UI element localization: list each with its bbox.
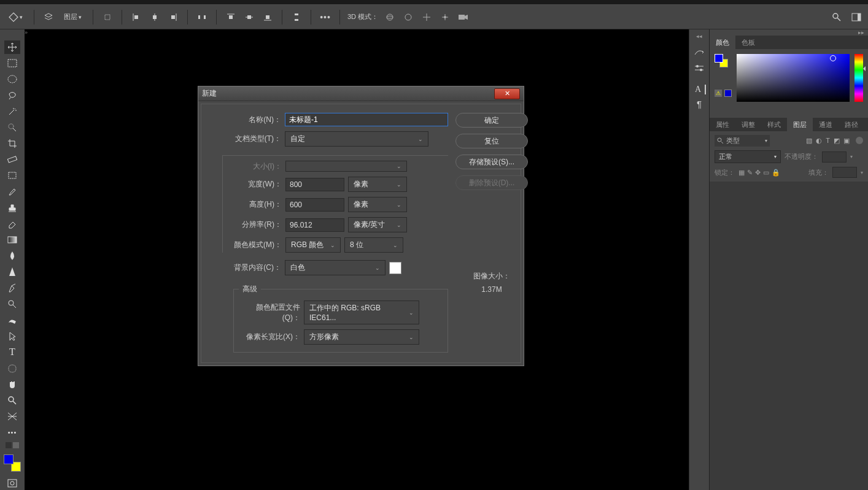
zoom-tool[interactable] bbox=[4, 394, 20, 407]
frame-tool[interactable] bbox=[4, 169, 20, 183]
layer-list-area[interactable] bbox=[710, 182, 868, 490]
history-brush-panel-icon[interactable] bbox=[692, 45, 706, 59]
filter-shape-icon[interactable]: ◩ bbox=[834, 137, 840, 145]
reset-button[interactable]: 复位 bbox=[455, 134, 528, 148]
align-top-icon[interactable] bbox=[224, 10, 238, 24]
hand-tool[interactable] bbox=[4, 378, 20, 391]
quickmask-icon[interactable] bbox=[4, 477, 20, 490]
3d-pan-icon[interactable] bbox=[420, 10, 433, 24]
paragraph-panel-icon[interactable]: ¶ bbox=[692, 97, 706, 110]
lock-brush-icon[interactable]: ✎ bbox=[747, 169, 753, 177]
3d-roll-icon[interactable] bbox=[401, 10, 415, 24]
doctype-select[interactable]: 自定⌄ bbox=[285, 131, 428, 147]
color-swatches[interactable] bbox=[4, 454, 21, 472]
align-bottom-icon[interactable] bbox=[261, 10, 274, 24]
lock-all-icon[interactable]: 🔒 bbox=[772, 169, 780, 177]
shape-tool[interactable] bbox=[4, 362, 20, 375]
save-preset-button[interactable]: 存储预设(S)... bbox=[455, 155, 528, 169]
width-input[interactable] bbox=[285, 178, 344, 191]
pixel-aspect-select[interactable]: 方形像素⌄ bbox=[304, 329, 419, 345]
blend-mode-select[interactable]: 正常▾ bbox=[715, 150, 781, 163]
color-picker-field[interactable] bbox=[737, 54, 850, 102]
tab-properties[interactable]: 属性 bbox=[710, 118, 735, 131]
tool-preset-dropdown[interactable]: ▾ bbox=[5, 11, 26, 23]
sharpen-tool[interactable] bbox=[4, 266, 20, 279]
filter-adjust-icon[interactable]: ◐ bbox=[816, 137, 822, 145]
background-select[interactable]: 白色⌄ bbox=[285, 260, 386, 275]
width-unit-select[interactable]: 像素⌄ bbox=[348, 177, 407, 192]
gamut-warning-icon[interactable]: ⚠ bbox=[715, 90, 722, 97]
crop-tool[interactable] bbox=[4, 137, 20, 150]
collapse-dock-icon[interactable]: ▸▸ bbox=[710, 29, 868, 36]
align-selection-icon[interactable] bbox=[101, 10, 114, 24]
lasso-tool[interactable] bbox=[4, 89, 20, 102]
menu-bar[interactable] bbox=[0, 0, 868, 5]
tab-swatches[interactable]: 色板 bbox=[735, 36, 761, 49]
swap-colors-icon[interactable] bbox=[6, 442, 19, 448]
distribute-h-icon[interactable] bbox=[195, 10, 209, 24]
character-panel-icon[interactable]: A bbox=[692, 85, 706, 94]
more-options-icon[interactable]: ••• bbox=[319, 10, 332, 24]
filter-type-icon[interactable]: T bbox=[826, 137, 830, 145]
type-tool[interactable]: T bbox=[4, 346, 20, 359]
color-profile-select[interactable]: 工作中的 RGB: sRGB IEC61...⌄ bbox=[304, 301, 419, 324]
height-input[interactable] bbox=[285, 198, 344, 212]
eraser-tool[interactable] bbox=[4, 217, 20, 231]
search-icon-topbar[interactable] bbox=[830, 10, 843, 24]
tab-channels[interactable]: 通道 bbox=[813, 118, 839, 131]
quick-select-tool[interactable] bbox=[4, 121, 20, 134]
ruler-tool[interactable] bbox=[4, 153, 20, 166]
magic-wand-tool[interactable] bbox=[4, 105, 20, 118]
more-tools-icon[interactable]: ••• bbox=[4, 426, 20, 440]
align-right-icon[interactable] bbox=[166, 10, 180, 24]
distribute-v-icon[interactable] bbox=[290, 10, 303, 24]
dialog-titlebar[interactable]: 新建 ✕ bbox=[198, 86, 524, 101]
blur-tool[interactable] bbox=[4, 249, 20, 262]
fill-input[interactable] bbox=[832, 167, 857, 178]
layers-icon[interactable] bbox=[42, 10, 55, 24]
background-color-swatch[interactable] bbox=[389, 262, 401, 274]
colormode-select[interactable]: RGB 颜色⌄ bbox=[285, 237, 341, 253]
dialog-close-button[interactable]: ✕ bbox=[494, 88, 520, 99]
rect-marquee-tool[interactable] bbox=[4, 56, 20, 70]
lock-artboard-icon[interactable]: ▭ bbox=[763, 169, 769, 177]
tab-styles[interactable]: 样式 bbox=[761, 118, 787, 131]
ok-button[interactable]: 确定 bbox=[455, 113, 528, 128]
workspace-dock-icon[interactable] bbox=[850, 10, 863, 24]
adjust-panel-icon[interactable] bbox=[692, 61, 706, 75]
3d-camera-icon[interactable] bbox=[457, 10, 470, 24]
filter-smart-icon[interactable]: ▣ bbox=[843, 137, 850, 145]
3d-orbit-icon[interactable] bbox=[383, 10, 397, 24]
move-tool[interactable] bbox=[4, 40, 20, 54]
gamut-swatch[interactable] bbox=[724, 90, 732, 97]
align-left-icon[interactable] bbox=[130, 10, 143, 24]
height-unit-select[interactable]: 像素⌄ bbox=[348, 197, 407, 212]
align-vcenter-icon[interactable] bbox=[242, 10, 256, 24]
filter-pixel-icon[interactable]: ▧ bbox=[806, 137, 812, 145]
opacity-input[interactable] bbox=[822, 151, 847, 163]
lock-pixels-icon[interactable]: ▦ bbox=[738, 169, 745, 177]
gradient-tool[interactable] bbox=[4, 233, 20, 247]
colordepth-select[interactable]: 8 位⌄ bbox=[344, 237, 403, 253]
3d-slide-icon[interactable] bbox=[438, 10, 452, 24]
stamp-tool[interactable] bbox=[4, 201, 20, 215]
tab-adjustments[interactable]: 调整 bbox=[735, 118, 761, 131]
resolution-input[interactable] bbox=[285, 218, 344, 232]
ellipse-marquee-tool[interactable] bbox=[4, 72, 20, 86]
path-select-tool[interactable] bbox=[4, 329, 20, 343]
pen-tool[interactable] bbox=[4, 281, 20, 295]
smudge-tool[interactable] bbox=[4, 313, 20, 327]
collapse-arrow-icon[interactable]: ◂◂ bbox=[696, 33, 702, 39]
hue-slider[interactable] bbox=[854, 54, 863, 102]
filter-toggle[interactable] bbox=[856, 137, 863, 144]
resolution-unit-select[interactable]: 像素/英寸⌄ bbox=[348, 217, 407, 232]
align-hcenter-icon[interactable] bbox=[148, 10, 161, 24]
target-layer-dropdown[interactable]: 图层 ▾ bbox=[60, 11, 85, 23]
layer-filter-type[interactable]: 类型 ▾ bbox=[715, 135, 770, 147]
tab-paths[interactable]: 路径 bbox=[839, 118, 864, 131]
edit-toolbar-icon[interactable] bbox=[4, 410, 20, 423]
name-input[interactable] bbox=[285, 113, 448, 126]
dodge-tool[interactable] bbox=[4, 297, 20, 311]
lock-position-icon[interactable]: ✥ bbox=[755, 169, 761, 177]
tab-layers[interactable]: 图层 bbox=[787, 118, 813, 131]
